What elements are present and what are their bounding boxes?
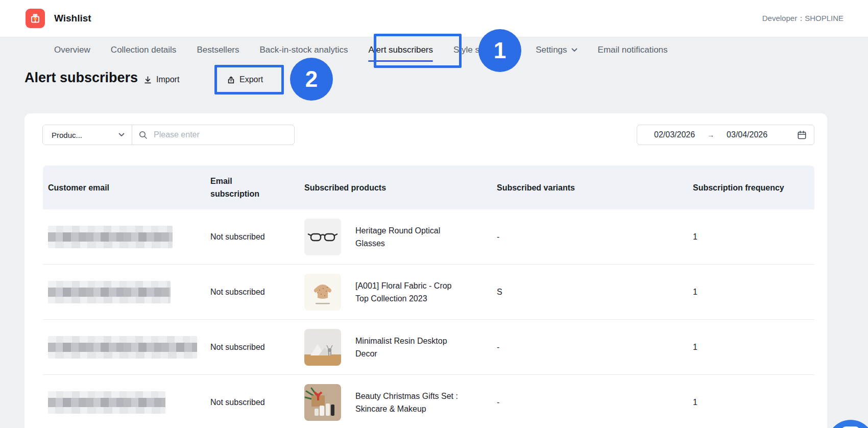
column-header: Customer email [48,181,109,194]
column-header: Subscribed variants [497,181,575,194]
calendar-icon [797,130,807,140]
tab-label: Overview [54,45,90,55]
floral-top-image [304,274,341,311]
search-field-selector[interactable]: Produc... [43,125,132,145]
redacted-email [48,281,171,303]
search-filter-combo: Produc... [42,125,295,145]
subscribed-product-cell: Heritage Round Optical Glasses [304,219,461,255]
subscribed-product-cell: [A001] Floral Fabric - Crop Top Collecti… [304,274,461,311]
annotation-step-2-badge: 2 [290,58,333,101]
tab-label: Alert subscribers [368,45,433,55]
app-title: Wishlist [54,0,91,37]
product-name: Beauty Christmas Gifts Set : Skincare & … [355,390,461,415]
tab-email-notifications[interactable]: Email notifications [598,37,668,63]
tab-collection-details[interactable]: Collection details [111,37,177,63]
developer-label: Developer：SHOPLINE [762,0,843,37]
tab-label: Collection details [111,45,177,55]
tab-label: Back-in-stock analytics [260,45,348,55]
subscribers-table: Customer emailEmail subscriptionSubscrib… [43,165,814,428]
email-subscription-status: Not subscribed [210,398,282,407]
import-button[interactable]: Import [143,72,179,88]
page-title: Alert subscribers [25,70,138,86]
table-row: Not subscribedHeritage Round Optical Gla… [43,209,814,265]
tab-back-in-stock-analytics[interactable]: Back-in-stock analytics [260,37,348,63]
product-name: Heritage Round Optical Glasses [355,224,461,250]
redacted-email [48,336,197,359]
subscribed-product-cell: Beauty Christmas Gifts Set : Skincare & … [304,384,461,421]
search-icon [138,130,148,139]
tab-label: Settings [536,45,567,55]
nav-tabs: OverviewCollection detailsBestsellersBac… [54,37,668,63]
subscribed-variants: - [497,232,499,242]
chevron-down-icon [509,48,515,52]
tab-label: Email notifications [598,45,668,55]
tab-alert-subscribers[interactable]: Alert subscribers [368,37,433,63]
glasses-image [304,219,341,255]
product-thumbnail [304,384,341,421]
subscription-frequency: 1 [693,288,697,297]
tab-style-settings[interactable]: Style settings [453,37,515,63]
table-row: Not subscribedMinimalist Resin Desktop D… [43,320,814,375]
subscribed-product-cell: Minimalist Resin Desktop Decor [304,329,461,366]
top-bar: Wishlist Developer：SHOPLINE [0,0,868,37]
product-thumbnail [304,219,341,255]
column-header: Email subscription [210,175,269,200]
email-subscription-status: Not subscribed [210,232,282,242]
chat-support-button[interactable] [827,420,868,428]
product-name: Minimalist Resin Desktop Decor [355,335,461,360]
table-body: Not subscribedHeritage Round Optical Gla… [43,209,814,428]
date-start: 02/03/2026 [654,130,695,139]
table-row: Not subscribed[A001] Floral Fabric - Cro… [43,265,814,320]
date-range-arrow: → [707,131,714,139]
subscription-frequency: 1 [693,343,697,352]
download-icon [143,76,152,84]
date-range-picker[interactable]: 02/03/2026 → 03/04/2026 [637,125,814,145]
product-name: [A001] Floral Fabric - Crop Top Collecti… [355,279,461,305]
chevron-down-icon [571,48,577,52]
product-thumbnail [304,274,341,311]
table-row: Not subscribedBeauty Christmas Gifts Set… [43,375,814,428]
chevron-down-icon [118,133,125,137]
tab-overview[interactable]: Overview [54,37,90,63]
search-input[interactable] [153,130,288,140]
search-segment [132,125,294,145]
date-end: 03/04/2026 [727,130,767,139]
tab-settings[interactable]: Settings [536,37,577,63]
column-header: Subscription frequency [693,181,784,194]
tab-label: Style settings [453,45,505,55]
email-subscription-status: Not subscribed [210,343,282,352]
content-card: Produc... 02/03/2026 → 03/04/2026 Custom… [25,113,827,428]
search-field-value: Produc... [52,131,82,139]
export-label: Export [239,75,263,84]
redacted-email [48,391,165,414]
wishlist-app-gift-icon [26,9,45,28]
subscription-frequency: 1 [693,232,697,242]
column-header: Subscribed products [304,181,386,194]
redacted-email [48,226,173,248]
subscribed-variants: S [497,288,502,297]
subscription-frequency: 1 [693,398,697,407]
tab-label: Bestsellers [197,45,239,55]
table-header-row: Customer emailEmail subscriptionSubscrib… [43,165,814,209]
resin-decor-image [304,329,341,366]
export-button[interactable]: Export [227,72,263,88]
product-thumbnail [304,329,341,366]
subscribed-variants: - [497,343,499,352]
upload-icon [227,76,235,84]
email-subscription-status: Not subscribed [210,288,282,297]
xmas-gifts-image [304,384,341,421]
import-label: Import [156,75,179,84]
subscribed-variants: - [497,398,499,407]
tab-bestsellers[interactable]: Bestsellers [197,37,239,63]
